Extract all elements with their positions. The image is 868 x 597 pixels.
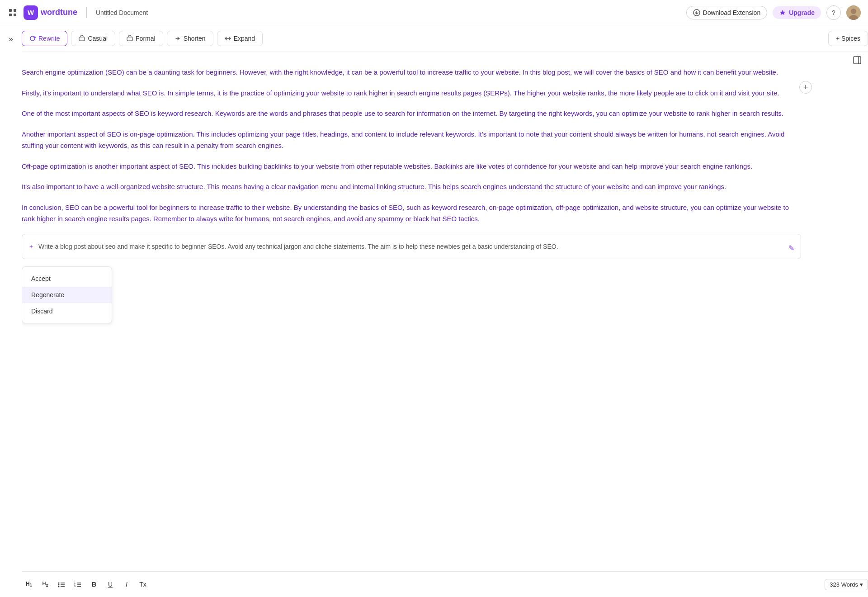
grid-icon[interactable] (7, 7, 18, 18)
header-left: w wordtune Untitled Document (7, 5, 686, 20)
prompt-text: + Write a blog post about seo and make i… (29, 242, 793, 251)
download-extension-label: Download Extension (703, 9, 761, 16)
numbered-list-icon: 1. 2. 3. (74, 581, 81, 588)
bottom-toolbar: H1 H2 1. 2. 3. (22, 571, 868, 597)
avatar-image (846, 5, 861, 20)
bold-button[interactable]: B (87, 577, 101, 592)
paragraph-6[interactable]: It's also important to have a well-organ… (22, 181, 801, 193)
content-area: Rewrite Casual Formal Sho (22, 25, 868, 597)
header: w wordtune Untitled Document Download Ex… (0, 0, 868, 25)
sidebar-toggle[interactable]: » (0, 25, 22, 597)
rewrite-icon (29, 35, 36, 42)
word-count-label: 323 Words (830, 581, 858, 588)
toolbar: Rewrite Casual Formal Sho (22, 25, 868, 52)
add-icon: + (803, 83, 808, 91)
svg-point-6 (851, 9, 856, 14)
shorten-icon (175, 35, 181, 42)
formal-label: Formal (136, 35, 156, 42)
shorten-button[interactable]: Shorten (167, 31, 213, 46)
h2-label: H2 (42, 581, 48, 588)
bullet-list-button[interactable] (54, 577, 69, 592)
svg-rect-0 (9, 9, 12, 12)
casual-label: Casual (88, 35, 108, 42)
expand-icon (225, 35, 231, 42)
upgrade-icon (779, 9, 786, 16)
add-button[interactable]: + (799, 81, 812, 94)
h2-button[interactable]: H2 (38, 577, 52, 592)
logo-icon: w (24, 5, 38, 20)
rewrite-button[interactable]: Rewrite (22, 31, 67, 46)
regenerate-item[interactable]: Regenerate (22, 287, 112, 303)
expand-button[interactable]: Expand (217, 31, 263, 46)
editor-main[interactable]: Search engine optimization (SEO) can be … (22, 52, 846, 571)
italic-button[interactable]: I (119, 577, 134, 592)
paragraph-1[interactable]: Search engine optimization (SEO) can be … (22, 66, 801, 78)
svg-rect-8 (79, 37, 85, 41)
paragraph-4[interactable]: Another important aspect of SEO is on-pa… (22, 128, 801, 152)
content-row: Search engine optimization (SEO) can be … (22, 66, 819, 323)
svg-rect-1 (14, 9, 16, 12)
numbered-list-button[interactable]: 1. 2. 3. (71, 577, 85, 592)
prompt-content: Write a blog post about seo and make it … (38, 243, 558, 250)
bold-label: B (92, 581, 96, 588)
spices-button[interactable]: + Spices (828, 31, 868, 46)
svg-text:3.: 3. (74, 585, 76, 588)
discard-label: Discard (31, 308, 52, 315)
action-menu: Accept Regenerate Discard (22, 266, 112, 323)
h1-button[interactable]: H1 (22, 577, 36, 592)
italic-label: I (126, 581, 127, 588)
prompt-plus-icon: + (29, 243, 33, 250)
bullet-list-icon (58, 581, 65, 588)
underline-label: U (108, 581, 113, 588)
right-panel-toggle[interactable] (846, 52, 868, 571)
underline-button[interactable]: U (103, 577, 118, 592)
h1-label: H1 (26, 581, 32, 588)
avatar[interactable] (846, 5, 861, 20)
svg-point-12 (58, 583, 60, 584)
clear-format-button[interactable]: Tx (136, 577, 150, 592)
prompt-edit-icon[interactable]: ✎ (788, 244, 794, 252)
regenerate-label: Regenerate (31, 291, 64, 298)
main-layout: » Rewrite Casual (0, 25, 868, 597)
download-extension-button[interactable]: Download Extension (686, 6, 768, 19)
prompt-box: + Write a blog post about seo and make i… (22, 234, 801, 259)
logo-text: wordtune (41, 8, 77, 17)
paragraph-3[interactable]: One of the most important aspects of SEO… (22, 108, 801, 119)
header-right: Download Extension Upgrade ? (686, 5, 861, 20)
casual-icon (79, 35, 85, 42)
expand-label: Expand (234, 35, 255, 42)
paragraph-2[interactable]: Firstly, it's important to understand wh… (22, 87, 801, 99)
clear-format-label: Tx (139, 581, 146, 588)
svg-point-14 (58, 586, 60, 588)
editor-wrapper: Search engine optimization (SEO) can be … (22, 52, 868, 571)
svg-rect-10 (854, 57, 861, 64)
paragraphs-area: Search engine optimization (SEO) can be … (22, 66, 801, 323)
header-divider (86, 7, 87, 18)
help-icon: ? (832, 9, 835, 16)
doc-title[interactable]: Untitled Document (96, 9, 148, 16)
logo[interactable]: w wordtune (24, 5, 77, 20)
help-button[interactable]: ? (826, 5, 841, 20)
svg-rect-2 (9, 14, 12, 16)
shorten-label: Shorten (184, 35, 206, 42)
paragraph-5[interactable]: Off-page optimization is another importa… (22, 161, 801, 172)
panel-toggle-icon (853, 56, 862, 65)
formal-button[interactable]: Formal (119, 31, 163, 46)
expand-icon: » (9, 34, 13, 44)
word-count-button[interactable]: 323 Words ▾ (825, 579, 868, 590)
accept-item[interactable]: Accept (22, 270, 112, 287)
word-count-chevron: ▾ (860, 581, 863, 588)
svg-point-13 (58, 584, 60, 586)
accept-label: Accept (31, 275, 51, 282)
casual-button[interactable]: Casual (71, 31, 115, 46)
paragraph-7[interactable]: In conclusion, SEO can be a powerful too… (22, 202, 801, 225)
svg-rect-3 (14, 14, 16, 16)
spices-label: + Spices (836, 35, 860, 42)
upgrade-button[interactable]: Upgrade (773, 6, 821, 19)
discard-item[interactable]: Discard (22, 303, 112, 319)
upgrade-label: Upgrade (789, 9, 815, 16)
formal-icon (127, 35, 133, 42)
svg-rect-9 (127, 37, 132, 41)
rewrite-label: Rewrite (38, 35, 60, 42)
download-icon (693, 9, 700, 16)
